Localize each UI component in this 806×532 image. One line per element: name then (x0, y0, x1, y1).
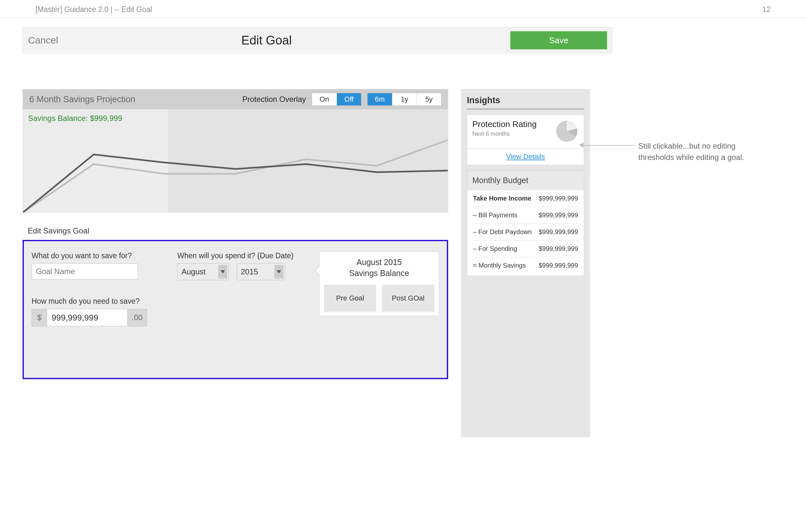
budget-row: Take Home Income$999,999,999 (472, 190, 579, 207)
year-select-value: 2015 (241, 267, 258, 276)
view-details-link[interactable]: View Details (506, 152, 545, 160)
annotation-text: Still clickable...but no editing thresho… (638, 141, 744, 162)
breadcrumb: [Master] Guidance 2.0 | -- Edit Goal 12 (0, 0, 806, 18)
title-bar: Cancel Edit Goal Save (23, 27, 613, 54)
range-5y-button[interactable]: 5y (417, 93, 441, 106)
overlay-toggle: On Off (312, 93, 361, 106)
insights-sidebar: Insights Protection Rating Next 6 months… (461, 89, 590, 437)
chevron-down-icon (274, 265, 283, 279)
budget-row-label: – Bill Payments (473, 211, 517, 219)
pre-goal-button[interactable]: Pre Goal (324, 285, 376, 312)
post-goal-button[interactable]: Post GOal (382, 285, 434, 312)
month-select[interactable]: August (177, 263, 229, 280)
sidebar-title: Insights (467, 95, 584, 109)
protection-rating-panel: Protection Rating Next 6 months View Det… (467, 114, 584, 165)
savings-projection-card: 6 Month Savings Projection Protection Ov… (23, 89, 448, 213)
breadcrumb-text: [Master] Guidance 2.0 | -- Edit Goal (36, 5, 152, 14)
page-number: 12 (762, 5, 770, 14)
budget-row-value: $999,999,999 (539, 245, 578, 252)
range-toggle: 6m 1y 5y (367, 93, 441, 106)
chart-area: Savings Balance: $999,999 (23, 109, 448, 212)
pie-icon (555, 119, 579, 143)
month-select-value: August (181, 267, 206, 276)
overlay-on-button[interactable]: On (312, 93, 337, 106)
editor-subtitle: Edit Savings Goal (28, 226, 448, 235)
save-button[interactable]: Save (510, 31, 607, 49)
amount-prefix: $ (32, 309, 47, 326)
wireframe-annotation: Still clickable...but no editing thresho… (638, 140, 767, 163)
goal-name-input[interactable] (32, 263, 138, 280)
budget-row: – Bill Payments$999,999,999 (472, 207, 579, 224)
chevron-down-icon (218, 265, 227, 279)
edit-goal-form: What do you want to save for? How much d… (23, 240, 448, 379)
overlay-label: Protection Overlay (243, 95, 306, 104)
amount-suffix: .00 (128, 309, 147, 326)
budget-row: = Monthly Savings$999,999,999 (472, 257, 579, 274)
range-1y-button[interactable]: 1y (392, 93, 417, 106)
goal-name-label: What do you want to save for? (32, 251, 162, 260)
monthly-budget-title: Monthly Budget (467, 171, 584, 190)
callout-notch (315, 265, 320, 276)
protection-title: Protection Rating (472, 119, 536, 129)
protection-subtitle: Next 6 months (472, 131, 536, 137)
svg-marker-1 (276, 270, 281, 273)
budget-row-value: $999,999,999 (539, 195, 578, 202)
amount-input[interactable] (47, 309, 128, 326)
budget-row-label: – For Debt Paydown (473, 228, 532, 236)
chart-title: 6 Month Savings Projection (29, 94, 237, 104)
monthly-budget-panel: Monthly Budget Take Home Income$999,999,… (467, 170, 584, 276)
overlay-off-button[interactable]: Off (337, 93, 361, 106)
budget-row: – For Spending$999,999,999 (472, 240, 579, 257)
year-select[interactable]: 2015 (237, 263, 285, 280)
budget-row-label: = Monthly Savings (473, 262, 526, 269)
chart-series-projection (23, 140, 448, 212)
budget-row-value: $999,999,999 (539, 228, 578, 236)
due-date-label: When will you spend it? (Due Date) (177, 251, 294, 260)
svg-marker-0 (220, 270, 225, 273)
budget-row-label: Take Home Income (473, 195, 531, 202)
savings-chart (23, 109, 448, 212)
preview-title: August 2015 Savings Balance (324, 257, 434, 279)
page-title: Edit Goal (23, 34, 510, 48)
range-6m-button[interactable]: 6m (367, 93, 392, 106)
budget-row-value: $999,999,999 (539, 211, 578, 219)
goal-preview-card: August 2015 Savings Balance Pre Goal Pos… (319, 251, 439, 316)
budget-row: – For Debt Paydown$999,999,999 (472, 224, 579, 240)
amount-label: How much do you need to save? (32, 297, 162, 306)
budget-row-label: – For Spending (473, 245, 517, 252)
budget-row-value: $999,999,999 (539, 262, 578, 269)
